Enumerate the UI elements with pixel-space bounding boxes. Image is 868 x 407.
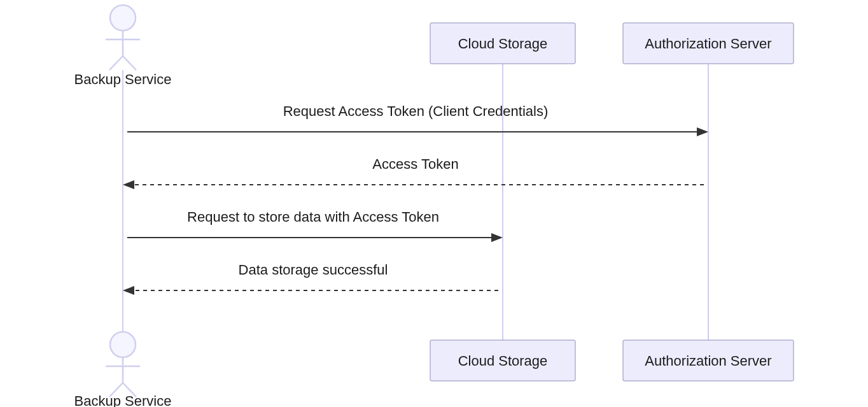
svg-line-3: [109, 56, 123, 70]
svg-point-0: [110, 5, 136, 31]
message-4: Data storage successful: [123, 262, 498, 295]
message-3-label: Request to store data with Access Token: [187, 209, 439, 225]
participant-storage-bottom-label: Cloud Storage: [458, 353, 548, 369]
participant-auth-bottom: Authorization Server: [623, 340, 794, 381]
message-2-label: Access Token: [372, 156, 458, 172]
participant-auth-top: Authorization Server: [623, 23, 794, 64]
message-3: Request to store data with Access Token: [127, 209, 503, 242]
svg-point-11: [110, 332, 136, 357]
sequence-diagram: Backup Service Cloud Storage Authorizati…: [0, 0, 868, 407]
actor-client-top-label: Backup Service: [74, 71, 172, 87]
actor-client-top: Backup Service: [74, 5, 172, 87]
message-4-label: Data storage successful: [239, 262, 388, 278]
message-2: Access Token: [123, 156, 704, 189]
participant-storage-bottom: Cloud Storage: [430, 340, 575, 381]
actor-client-bottom: Backup Service: [74, 332, 172, 407]
arrowhead-right-icon: [491, 233, 503, 242]
participant-storage-top-label: Cloud Storage: [458, 36, 548, 52]
arrowhead-right-icon: [697, 127, 708, 136]
arrowhead-left-icon: [123, 286, 134, 295]
message-1-label: Request Access Token (Client Credentials…: [283, 103, 549, 119]
arrowhead-left-icon: [123, 180, 134, 189]
participant-auth-bottom-label: Authorization Server: [645, 353, 771, 369]
svg-line-4: [123, 56, 136, 70]
participant-storage-top: Cloud Storage: [430, 23, 575, 64]
message-1: Request Access Token (Client Credentials…: [127, 103, 708, 136]
participant-auth-top-label: Authorization Server: [645, 36, 771, 52]
actor-client-bottom-label: Backup Service: [74, 393, 172, 407]
